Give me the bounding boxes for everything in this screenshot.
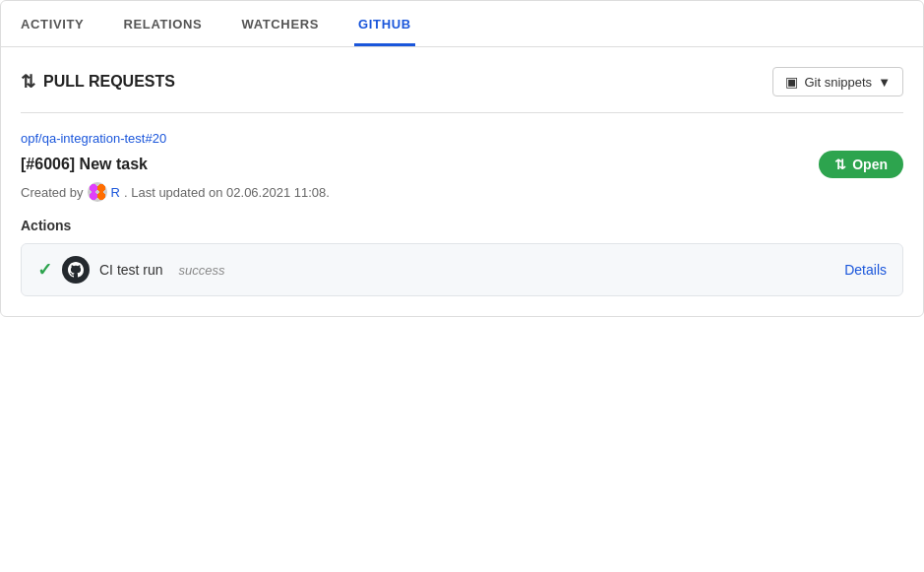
last-updated-text: . Last updated on 02.06.2021 11:08. <box>124 185 330 200</box>
author-name[interactable]: R <box>111 185 120 200</box>
actions-label: Actions <box>21 218 903 233</box>
git-snippets-button[interactable]: ▣ Git snippets ▼ <box>772 67 903 96</box>
tab-activity[interactable]: ACTIVITY <box>17 1 88 46</box>
author-avatar <box>88 182 107 202</box>
pull-requests-label: PULL REQUESTS <box>43 73 175 91</box>
git-snippets-label: Git snippets <box>804 75 872 90</box>
tab-watchers[interactable]: WATCHERS <box>237 1 323 46</box>
open-badge: ⇅ Open <box>819 151 903 178</box>
main-panel: ACTIVITY RELATIONS WATCHERS GITHUB ⇅ PUL… <box>0 0 924 317</box>
ci-left: ✓ CI test run success <box>37 256 225 284</box>
open-badge-icon: ⇅ <box>834 157 846 172</box>
pr-item: opf/qa-integration-test#20 [#6006] New t… <box>21 129 903 202</box>
github-icon <box>62 256 90 284</box>
ci-details-link[interactable]: Details <box>844 262 887 278</box>
ci-name: CI test run <box>99 262 163 278</box>
pr-name: [#6006] New task <box>21 156 148 173</box>
divider <box>21 112 903 113</box>
dropdown-arrow-icon: ▼ <box>878 75 891 90</box>
check-icon: ✓ <box>37 259 52 281</box>
pr-repo-link[interactable]: opf/qa-integration-test#20 <box>21 131 166 146</box>
open-badge-label: Open <box>852 157 888 172</box>
content-area: ⇅ PULL REQUESTS ▣ Git snippets ▼ opf/qa-… <box>1 47 923 316</box>
ci-row: ✓ CI test run success Details <box>21 243 903 296</box>
git-snippet-icon: ▣ <box>785 74 798 90</box>
pr-item-row: [#6006] New task ⇅ Open <box>21 151 903 178</box>
pr-meta: Created by R . Last updated on 02.06.202… <box>21 182 903 202</box>
tab-relations[interactable]: RELATIONS <box>119 1 206 46</box>
pull-request-icon: ⇅ <box>21 71 35 93</box>
pull-requests-title: ⇅ PULL REQUESTS <box>21 71 175 93</box>
ci-status: success <box>179 263 225 278</box>
tab-bar: ACTIVITY RELATIONS WATCHERS GITHUB <box>1 1 923 47</box>
pull-requests-header: ⇅ PULL REQUESTS ▣ Git snippets ▼ <box>21 67 903 96</box>
created-by-label: Created by <box>21 185 84 200</box>
tab-github[interactable]: GITHUB <box>354 1 415 46</box>
